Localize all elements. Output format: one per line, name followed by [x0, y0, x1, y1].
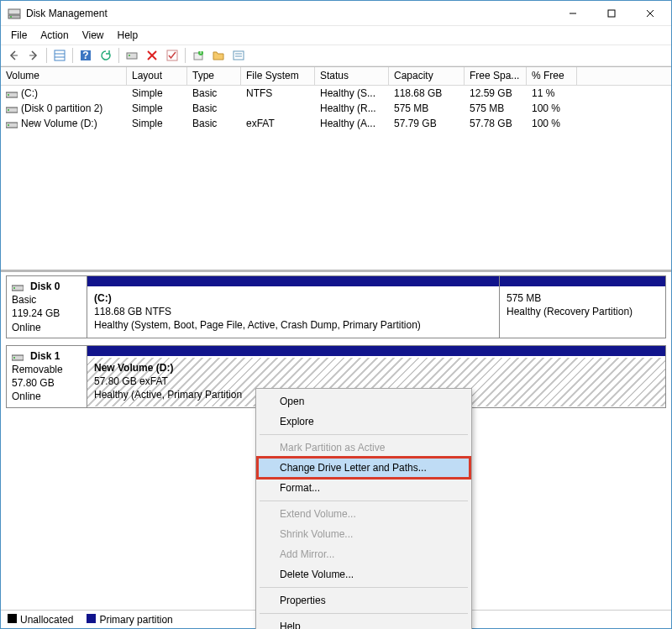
menu-help[interactable]: Help	[111, 28, 145, 43]
disk-block: Disk 0Basic119.24 GBOnline(C:)118.68 GB …	[6, 275, 666, 338]
volume-list-header: Volume Layout Type File System Status Ca…	[1, 67, 671, 86]
menu-item[interactable]: Change Drive Letter and Paths...	[258, 458, 470, 478]
drive-icon	[6, 120, 18, 128]
menu-item[interactable]: Explore	[258, 411, 470, 432]
partition-stripe	[87, 346, 665, 356]
col-type[interactable]: Type	[187, 67, 241, 86]
svg-rect-20	[234, 51, 244, 60]
svg-rect-12	[127, 53, 137, 59]
partition[interactable]: (C:)118.68 GB NTFSHealthy (System, Boot,…	[87, 276, 499, 338]
disk-kind: Removable	[12, 364, 63, 375]
volume-name: (Disk 0 partition 2)	[21, 102, 102, 114]
drive-icon	[12, 352, 24, 360]
folder-button[interactable]	[209, 46, 228, 65]
refresh-button[interactable]	[97, 46, 115, 65]
table-row[interactable]: (Disk 0 partition 2)SimpleBasicHealthy (…	[1, 101, 671, 116]
cell-type: Basic	[187, 86, 241, 100]
drive-icon	[12, 282, 24, 291]
col-layout[interactable]: Layout	[127, 67, 187, 86]
svg-text:?: ?	[82, 50, 88, 61]
disk-size: 57.80 GB	[12, 377, 55, 389]
partition-status: Healthy (Recovery Partition)	[507, 306, 633, 317]
cell-capacity: 575 MB	[389, 102, 465, 115]
col-capacity[interactable]: Capacity	[389, 67, 465, 86]
delete-button[interactable]	[143, 46, 161, 65]
cell-layout: Simple	[127, 102, 187, 115]
menu-item[interactable]: Help	[258, 616, 470, 629]
svg-text:+: +	[197, 49, 203, 57]
menubar: File Action View Help	[1, 26, 671, 45]
cell-layout: Simple	[127, 117, 187, 130]
disk-size: 119.24 GB	[12, 307, 60, 319]
menu-separator	[260, 434, 468, 435]
col-free[interactable]: Free Spa...	[465, 67, 527, 86]
menu-item[interactable]: Format...	[258, 478, 470, 498]
menu-item[interactable]: Properties	[258, 590, 470, 611]
titlebar: Disk Management	[1, 1, 671, 26]
menu-view[interactable]: View	[76, 28, 111, 43]
new-button[interactable]: +	[189, 46, 207, 65]
menu-item: Shrink Volume...	[258, 524, 470, 544]
partition-status: Healthy (System, Boot, Page File, Active…	[94, 319, 421, 331]
svg-rect-4	[608, 10, 615, 17]
svg-rect-7	[55, 50, 65, 60]
table-row[interactable]: New Volume (D:)SimpleBasicexFATHealthy (…	[1, 116, 671, 131]
cell-free: 12.59 GB	[465, 86, 527, 100]
disk-state: Online	[12, 322, 41, 333]
menu-item[interactable]: Delete Volume...	[258, 564, 470, 584]
svg-point-24	[8, 94, 9, 96]
menu-item: Extend Volume...	[258, 504, 470, 524]
disk-label[interactable]: Disk 1Removable57.80 GBOnline	[7, 346, 87, 407]
properties-button[interactable]	[229, 46, 248, 65]
cell-type: Basic	[187, 117, 241, 130]
disk-button[interactable]	[123, 46, 141, 65]
toolbar: ? +	[1, 45, 671, 66]
col-pctfree[interactable]: % Free	[527, 67, 577, 86]
svg-point-13	[129, 55, 130, 56]
svg-point-28	[8, 124, 9, 126]
partition-title: (C:)	[94, 292, 112, 304]
volume-name: (C:)	[21, 87, 38, 99]
col-status[interactable]: Status	[315, 67, 389, 86]
cell-pct: 100 %	[527, 102, 577, 115]
cell-fs: NTFS	[241, 86, 315, 100]
close-button[interactable]	[631, 1, 669, 26]
cell-layout: Simple	[127, 86, 187, 100]
view-list-button[interactable]	[50, 46, 69, 65]
menu-item[interactable]: Open	[258, 391, 470, 411]
partition[interactable]: 575 MBHealthy (Recovery Partition)	[499, 276, 665, 338]
partition-size: 575 MB	[507, 292, 541, 304]
menu-separator	[260, 613, 468, 614]
partition-stripe	[500, 276, 665, 286]
disk-name: Disk 1	[30, 349, 60, 363]
col-filesystem[interactable]: File System	[241, 67, 315, 86]
cell-type: Basic	[187, 102, 241, 115]
partition-stripe	[87, 276, 499, 286]
volume-name: New Volume (D:)	[21, 118, 97, 129]
disk-label[interactable]: Disk 0Basic119.24 GBOnline	[7, 276, 87, 338]
cell-pct: 100 %	[527, 117, 577, 130]
check-button[interactable]	[163, 46, 181, 65]
disk-name: Disk 0	[30, 280, 60, 293]
partition-status: Healthy (Active, Primary Partition	[94, 389, 242, 401]
disk-kind: Basic	[12, 294, 36, 306]
forward-button[interactable]	[24, 46, 43, 65]
table-row[interactable]: (C:)SimpleBasicNTFSHealthy (S...118.68 G…	[1, 86, 671, 101]
partition-size: 118.68 GB NTFS	[94, 306, 171, 317]
cell-pct: 11 %	[527, 86, 577, 100]
cell-status: Healthy (S...	[315, 86, 389, 100]
menu-action[interactable]: Action	[34, 28, 75, 43]
back-button[interactable]	[4, 46, 23, 65]
legend-primary: Primary partition	[99, 614, 172, 626]
menu-separator	[260, 587, 468, 588]
svg-rect-0	[8, 9, 20, 14]
menu-file[interactable]: File	[4, 28, 34, 43]
col-volume[interactable]: Volume	[1, 67, 127, 86]
cell-capacity: 118.68 GB	[389, 86, 465, 100]
drive-icon	[6, 90, 18, 98]
cell-fs	[241, 107, 315, 109]
maximize-button[interactable]	[592, 1, 631, 26]
cell-status: Healthy (R...	[315, 102, 389, 115]
minimize-button[interactable]	[554, 1, 592, 26]
help-button[interactable]: ?	[76, 46, 95, 65]
